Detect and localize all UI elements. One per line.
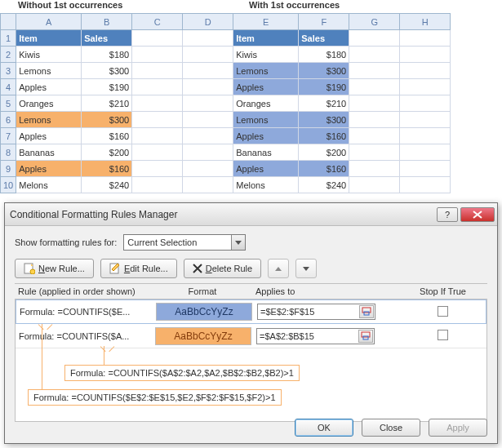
cell[interactable]: $180 (82, 47, 132, 63)
cell[interactable] (183, 79, 233, 95)
col-header-H[interactable]: H (400, 14, 451, 30)
cell[interactable]: $160 (82, 161, 132, 177)
cell[interactable]: $180 (299, 47, 349, 63)
cell[interactable]: $210 (299, 95, 349, 112)
cell[interactable] (132, 95, 183, 112)
cell[interactable]: Item (233, 30, 299, 47)
cell[interactable] (400, 30, 451, 47)
row-header[interactable]: 9 (1, 161, 16, 177)
cell[interactable] (132, 177, 183, 193)
col-header-G[interactable]: G (349, 14, 400, 30)
col-header-E[interactable]: E (233, 14, 299, 30)
cell[interactable] (349, 95, 400, 112)
cell[interactable]: $300 (299, 63, 349, 79)
worksheet-grid[interactable]: A B C D E F G H 1 Item Sales Item Sales … (0, 13, 451, 193)
move-down-button[interactable] (295, 259, 317, 278)
cell[interactable]: $240 (299, 177, 349, 193)
rules-list[interactable]: Formula: =COUNTIFS($E... AaBbCcYyZz =$E$… (15, 299, 487, 422)
range-picker-button[interactable] (359, 305, 374, 318)
select-all-cell[interactable] (1, 14, 16, 30)
cell[interactable] (132, 112, 183, 128)
cell[interactable]: Bananas (233, 144, 299, 161)
cell[interactable]: $160 (299, 128, 349, 144)
cell[interactable]: Bananas (16, 144, 82, 161)
cell[interactable] (400, 177, 451, 193)
cell[interactable]: Melons (16, 177, 82, 193)
cell[interactable]: Lemons (233, 63, 299, 79)
row-header[interactable]: 4 (1, 79, 16, 95)
cell[interactable]: Apples (233, 161, 299, 177)
col-header-D[interactable]: D (183, 14, 233, 30)
cell[interactable]: $300 (299, 112, 349, 128)
row-header[interactable]: 3 (1, 63, 16, 79)
cell[interactable]: $240 (82, 177, 132, 193)
move-up-button[interactable] (268, 259, 289, 278)
cell[interactable]: Oranges (16, 95, 82, 112)
cell[interactable] (349, 79, 400, 95)
cell[interactable]: Lemons (16, 63, 82, 79)
cell[interactable] (183, 112, 233, 128)
row-header[interactable]: 6 (1, 112, 16, 128)
row-header[interactable]: 2 (1, 47, 16, 63)
apply-button[interactable]: Apply (429, 419, 487, 437)
cell[interactable] (400, 144, 451, 161)
cell[interactable] (349, 128, 400, 144)
applies-to-input[interactable]: =$A$2:$B$15 (256, 328, 375, 344)
cell[interactable]: Apples (233, 128, 299, 144)
row-header[interactable]: 5 (1, 95, 16, 112)
cell[interactable] (183, 95, 233, 112)
cell[interactable]: $190 (299, 79, 349, 95)
cell[interactable] (132, 30, 183, 47)
cell[interactable] (400, 79, 451, 95)
applies-to-input[interactable]: =$E$2:$F$15 (257, 304, 375, 320)
ok-button[interactable]: OK (295, 419, 353, 437)
cell[interactable]: Sales (299, 30, 349, 47)
close-button[interactable]: Close (362, 419, 420, 437)
cell[interactable] (349, 63, 400, 79)
cell[interactable]: $300 (82, 112, 132, 128)
cell[interactable]: $200 (299, 144, 349, 161)
cell[interactable]: Apples (16, 79, 82, 95)
col-header-B[interactable]: B (82, 14, 132, 30)
edit-rule-button[interactable]: Edit Rule... (100, 259, 177, 278)
cell[interactable] (349, 144, 400, 161)
new-rule-button[interactable]: New Rule... (15, 259, 94, 278)
cell[interactable] (349, 30, 400, 47)
cell[interactable]: Apples (233, 79, 299, 95)
rule-row[interactable]: Formula: =COUNTIFS($A... AaBbCcYyZz =$A$… (16, 324, 486, 348)
cell[interactable] (349, 112, 400, 128)
cell[interactable] (183, 161, 233, 177)
row-header[interactable]: 7 (1, 128, 16, 144)
cell[interactable] (400, 112, 451, 128)
cell[interactable] (349, 47, 400, 63)
cell[interactable] (183, 30, 233, 47)
col-header-F[interactable]: F (299, 14, 349, 30)
cell[interactable] (349, 161, 400, 177)
cell[interactable]: $210 (82, 95, 132, 112)
cell[interactable]: Apples (16, 128, 82, 144)
row-header[interactable]: 8 (1, 144, 16, 161)
cell[interactable] (400, 63, 451, 79)
cell[interactable]: $200 (82, 144, 132, 161)
cell[interactable] (132, 161, 183, 177)
cell[interactable] (183, 128, 233, 144)
rule-row[interactable]: Formula: =COUNTIFS($E... AaBbCcYyZz =$E$… (16, 299, 486, 324)
combo-dropdown-button[interactable] (231, 235, 245, 250)
cell[interactable] (400, 47, 451, 63)
cell[interactable] (349, 177, 400, 193)
row-header[interactable]: 1 (1, 30, 16, 47)
cell[interactable]: Kiwis (233, 47, 299, 63)
cell[interactable] (183, 144, 233, 161)
range-picker-button[interactable] (358, 330, 373, 343)
cell[interactable]: $160 (82, 128, 132, 144)
cell[interactable]: Apples (16, 161, 82, 177)
cell[interactable] (400, 161, 451, 177)
cell[interactable] (132, 47, 183, 63)
delete-rule-button[interactable]: Delete Rule (184, 259, 262, 278)
stop-if-true-checkbox[interactable] (438, 330, 448, 340)
cell[interactable] (183, 63, 233, 79)
dialog-titlebar[interactable]: Conditional Formatting Rules Manager ? (5, 203, 497, 226)
col-header-C[interactable]: C (132, 14, 183, 30)
cell[interactable] (400, 128, 451, 144)
cell[interactable]: Sales (82, 30, 132, 47)
